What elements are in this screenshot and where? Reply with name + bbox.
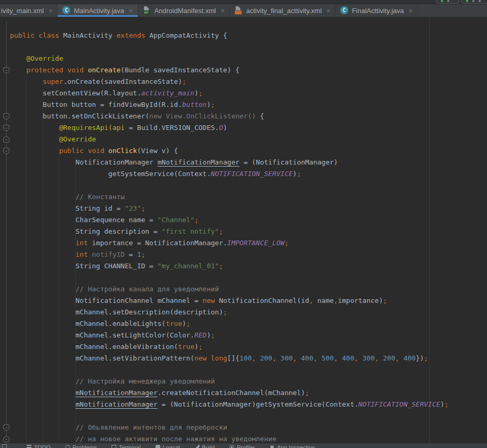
- tool-window-button-label: App Inspection: [277, 444, 315, 448]
- tab-close-icon[interactable]: ×: [49, 7, 53, 14]
- profiler-icon: [229, 445, 234, 448]
- code-line: public void onClick(View v) {: [10, 145, 449, 157]
- code-line: // Обьявление интентов для переброски: [10, 422, 449, 433]
- run-status-dot: [466, 0, 468, 2]
- tool-window-button-Build[interactable]: Build: [195, 444, 215, 448]
- code-line: String description = "first notify";: [10, 226, 449, 237]
- editor-tab-bar: ivity_main.xml×CMainActivity.java×MFAndr…: [0, 4, 487, 17]
- tab-close-icon[interactable]: ×: [326, 7, 330, 14]
- code-line: mChannel.enableVibration(true);: [10, 341, 449, 353]
- tool-window-button-Logcat[interactable]: Logcat: [156, 444, 180, 448]
- app-inspection-icon: [270, 445, 274, 448]
- code-line: [10, 410, 449, 422]
- run-configuration-button[interactable]: [461, 0, 487, 4]
- fold-marker[interactable]: -: [3, 113, 9, 119]
- java-class-glyph: C: [62, 6, 70, 14]
- problems-icon: [65, 445, 70, 448]
- code-line: NotificationChannel mChannel = new Notif…: [10, 295, 449, 307]
- tool-window-button-label: Problems: [73, 444, 97, 448]
- code-line: button.setOnClickListener(new View.OnCli…: [10, 111, 449, 122]
- editor-tab-ivity_main.xml[interactable]: ivity_main.xml×: [0, 4, 58, 17]
- fold-marker[interactable]: -: [3, 125, 9, 131]
- code-line: mChannel.setVibrationPattern(new long[]{…: [10, 353, 449, 364]
- toolbar-dot: [447, 0, 449, 2]
- gutter-fold-line: [6, 21, 7, 443]
- code-line: // Настройка канала для уведомлений: [10, 283, 449, 295]
- fold-marker[interactable]: -: [3, 148, 9, 154]
- tab-label: FinalActtivity.java: [352, 7, 404, 15]
- code-line: @Override: [10, 53, 449, 64]
- tab-label: ivity_main.xml: [1, 7, 44, 15]
- tab-close-icon[interactable]: ×: [129, 7, 133, 14]
- layout-orange-label: [235, 10, 242, 15]
- tab-close-icon[interactable]: ×: [220, 7, 225, 14]
- tool-window-button-Profiler[interactable]: Profiler: [229, 444, 255, 448]
- fold-marker[interactable]: -: [3, 67, 9, 73]
- build-icon: [195, 445, 200, 448]
- editor-tab-AndroidManifest.xml[interactable]: MFAndroidManifest.xml×: [138, 4, 230, 17]
- code-line: mChannel.enableLights(true);: [10, 318, 449, 330]
- code-line: // Константы: [10, 191, 449, 203]
- code-line: int notifyID = 1;: [10, 249, 449, 260]
- editor-tab-FinalActtivity.java[interactable]: CFinalActtivity.java×: [336, 4, 418, 17]
- tool-window-button-TODO[interactable]: TODO: [27, 444, 51, 448]
- tool-window-button-App Inspection[interactable]: App Inspection: [270, 444, 315, 448]
- run-status-dot: [441, 0, 443, 2]
- code-line: String CHANNEL_ID = "my_channel_01";: [10, 260, 449, 272]
- tool-window-button-label: Build: [202, 444, 215, 448]
- tool-window-button-label: Terminal: [119, 444, 141, 448]
- selected-tab-underline: [58, 15, 137, 17]
- code-line: CharSequence name = "Channel";: [10, 214, 449, 226]
- manifest-mf-label: MF: [143, 10, 150, 15]
- code-line: setContentView(R.layout.activity_main);: [10, 88, 449, 99]
- fold-marker[interactable]: -: [3, 136, 9, 143]
- code-line: @RequiresApi(api = Build.VERSION_CODES.O…: [10, 122, 449, 134]
- tab-label: AndroidManifest.xml: [154, 7, 216, 15]
- toolbar-dot: [472, 0, 474, 2]
- editor-tab-activity_final_acttivity.xml[interactable]: activity_final_acttivity.xml×: [230, 4, 336, 17]
- tab-label: MainActivity.java: [74, 7, 124, 15]
- java-class-icon: C: [340, 6, 349, 15]
- code-line: mNotificationManager.createNotificationC…: [10, 387, 449, 399]
- code-line: NotificationManager mNotificationManager…: [10, 157, 449, 168]
- tool-window-button-Problems[interactable]: Problems: [65, 444, 97, 448]
- tab-label: activity_final_acttivity.xml: [246, 7, 322, 15]
- manifest-file-icon: MF: [143, 6, 151, 15]
- code-line: [10, 41, 449, 53]
- tool-window-bar: TODOProblemsTerminalLogcatBuildProfilerA…: [0, 443, 487, 448]
- tool-window-button-label: Logcat: [163, 444, 180, 448]
- todo-icon: [27, 445, 31, 448]
- code-line: mChannel.setDescription(description);: [10, 307, 449, 318]
- code-line: // на новое активити после нажатия на ув…: [10, 433, 449, 443]
- code-line: // Настройка менеджера уведомлений: [10, 376, 449, 387]
- code-line: mChannel.setLightColor(Color.RED);: [10, 330, 449, 341]
- code-text[interactable]: public class MainActivity extends AppCom…: [10, 30, 449, 443]
- fold-marker[interactable]: -: [3, 436, 9, 442]
- fold-marker[interactable]: -: [3, 424, 9, 431]
- tool-window-corner-icon[interactable]: [2, 444, 7, 448]
- device-selector-button[interactable]: [436, 0, 459, 4]
- java-class-icon: C: [62, 6, 71, 15]
- logcat-icon: [156, 445, 160, 448]
- code-line: getSystemService(Context.NOTIFICATION_SE…: [10, 168, 449, 180]
- code-line: String id = "23";: [10, 203, 449, 214]
- java-class-glyph: C: [340, 6, 348, 14]
- main-toolbar-edge: [0, 0, 487, 4]
- toolbar-dot: [479, 0, 481, 2]
- tab-close-icon[interactable]: ×: [408, 7, 413, 14]
- layout-xml-file-icon: [235, 6, 243, 15]
- code-line: [10, 364, 449, 376]
- code-line: protected void onCreate(Bundle savedInst…: [10, 64, 449, 76]
- code-line: Button button = findViewById(R.id.button…: [10, 99, 449, 111]
- code-editor[interactable]: public class MainActivity extends AppCom…: [0, 17, 487, 443]
- code-line: super.onCreate(savedInstanceState);: [10, 76, 449, 88]
- code-line: int importance = NotificationManager.IMP…: [10, 237, 449, 249]
- terminal-icon: [112, 445, 116, 448]
- tool-window-button-label: Profiler: [237, 444, 255, 448]
- tool-window-button-Terminal[interactable]: Terminal: [112, 444, 141, 448]
- code-line: mNotificationManager = (NotificationMana…: [10, 399, 449, 410]
- editor-tab-MainActivity.java[interactable]: CMainActivity.java×: [58, 4, 138, 17]
- tool-window-button-label: TODO: [34, 444, 51, 448]
- code-line: [10, 180, 449, 191]
- code-line: [10, 272, 449, 283]
